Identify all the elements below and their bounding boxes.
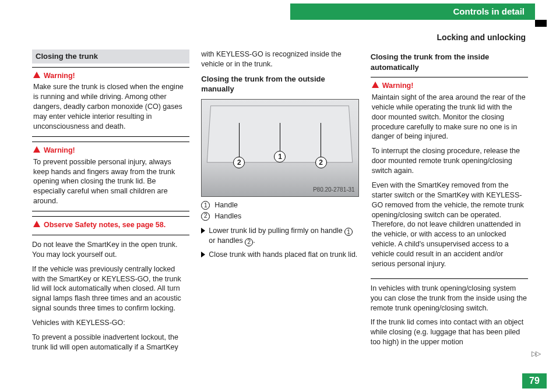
safety-reference: Observe Safety notes, see page 58. [32,216,189,235]
warning-label-text: Warning! [382,81,414,91]
safety-ref-line: Observe Safety notes, see page 58. [33,220,188,230]
callout-2-right: 2 [315,157,327,168]
body-paragraph: In vehicles with trunk opening/closing s… [371,284,528,313]
body-paragraph: Do not leave the SmartKey in the open tr… [32,240,189,260]
legend-text: Handles [214,211,241,221]
callout-line [239,123,240,157]
legend-marker-1-icon: 1 [201,201,210,210]
content-columns: Closing the trunk Warning! Make sure the… [32,50,528,369]
chapter-header: Controls in detail [290,3,535,20]
warning-body: To prevent possible personal injury, alw… [33,157,188,206]
warning-body: Maintain sight of the area around the re… [372,93,527,142]
step-text-part: Lower trunk lid by pulling firmly on han… [209,227,344,235]
body-paragraph: To prevent a possible inadvertent lockou… [32,333,189,352]
warning-label: Warning! [33,71,188,81]
warning-body: Even with the SmartKey removed from the … [372,181,527,269]
column-3: Closing the trunk from the inside automa… [371,50,528,369]
inline-marker-1-icon: 1 [344,228,353,236]
body-paragraph: If the trunk lid comes into contact with… [371,317,528,347]
column-1: Closing the trunk Warning! Make sure the… [32,50,189,369]
warning-triangle-icon [33,72,40,78]
warning-body: To interrupt the closing procedure, rele… [372,146,527,176]
figure-legend: 1 Handle 2 Handles [201,200,358,221]
step-text-part: or handles [209,236,245,245]
warning-triangle-icon [372,82,379,88]
inline-marker-2-icon: 2 [245,238,253,246]
warning-label: Warning! [33,146,188,156]
step-arrow-icon [201,228,205,234]
section-subheader: Locking and unlocking [0,32,536,43]
subsection-heading: Closing the trunk from the outside manua… [201,74,358,94]
body-paragraph: Vehicles with KEYLESS-GO: [32,318,189,328]
warning-triangle-icon [33,146,40,153]
step-text: Lower trunk lid by pulling firmly on han… [209,226,358,247]
warning-box-3: Warning! Maintain sight of the area arou… [371,77,528,279]
instruction-step-1: Lower trunk lid by pulling firmly on han… [201,226,358,247]
safety-ref-text: Observe Safety notes, see page 58. [44,220,166,230]
body-paragraph: with KEYLESS-GO is recognized inside the… [201,50,358,69]
callout-line [321,123,321,157]
legend-row-1: 1 Handle [201,200,358,210]
legend-text: Handle [214,200,238,210]
warning-label-text: Warning! [44,146,75,156]
step-text: Close trunk with hands placed flat on tr… [209,250,357,260]
step-arrow-icon [201,252,205,257]
warning-label-text: Warning! [44,71,75,81]
instruction-step-2: Close trunk with hands placed flat on tr… [201,250,358,260]
warning-box-2: Warning! To prevent possible personal in… [32,142,189,211]
chapter-title: Controls in detail [453,6,525,17]
margin-tab [535,20,547,27]
section-heading: Closing the trunk [32,50,189,63]
warning-triangle-icon [33,221,40,227]
warning-body: Make sure the trunk is closed when the e… [33,82,188,131]
continuation-arrow-icon: ▷▷ [532,349,540,358]
trunk-figure: 1 2 2 P80.20-2781-31 [201,99,358,197]
step-text-part: . [253,236,255,245]
subsection-heading: Closing the trunk from the inside automa… [371,52,528,72]
body-paragraph: If the vehicle was previously centrally … [32,264,189,313]
warning-box-1: Warning! Make sure the trunk is closed w… [32,67,189,137]
column-2: with KEYLESS-GO is recognized inside the… [201,50,358,369]
page-number: 79 [522,373,547,389]
legend-row-2: 2 Handles [201,211,358,221]
callout-2-left: 2 [233,157,245,168]
warning-label: Warning! [372,81,527,91]
figure-id-label: P80.20-2781-31 [313,186,355,194]
callout-line [280,123,280,151]
legend-marker-2-icon: 2 [201,212,210,221]
